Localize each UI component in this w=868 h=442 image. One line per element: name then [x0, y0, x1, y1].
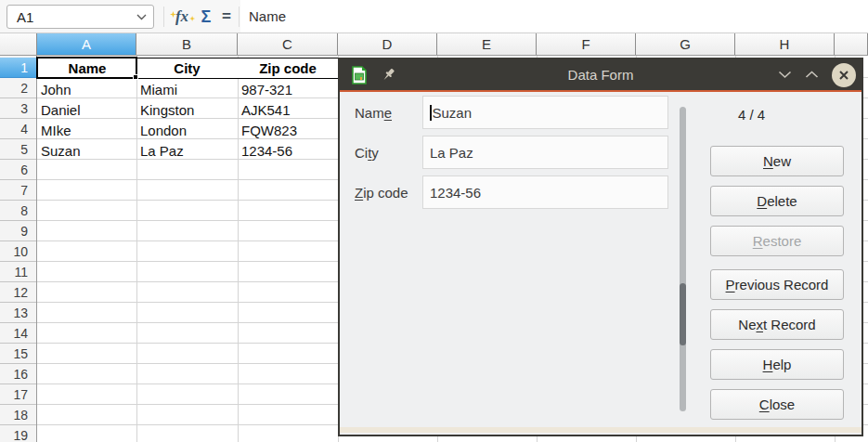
cell-B2[interactable]: Miami — [137, 79, 238, 99]
calc-document-icon — [350, 66, 369, 84]
cell-B5[interactable]: La Paz — [137, 140, 238, 161]
row-header-10[interactable]: 10 — [0, 241, 36, 262]
column-header-partial[interactable] — [835, 33, 868, 55]
row-header-5[interactable]: 5 — [0, 139, 36, 160]
record-indicator: 4 / 4 — [738, 107, 765, 123]
text-cursor — [430, 105, 432, 121]
column-header-C[interactable]: C — [238, 33, 338, 55]
select-all-corner[interactable] — [0, 33, 37, 55]
row-header-19[interactable]: 19 — [0, 425, 36, 442]
column-header-D[interactable]: D — [338, 33, 437, 55]
row-header-4[interactable]: 4 — [0, 119, 36, 139]
new-button[interactable]: New — [710, 146, 844, 176]
column-header-E[interactable]: E — [437, 33, 537, 55]
formula-toolbar: A1 fx Σ = Name — [0, 0, 868, 33]
row-header-1[interactable]: 1 — [0, 58, 36, 78]
row-header-9[interactable]: 9 — [0, 221, 36, 241]
chevron-down-icon[interactable] — [778, 71, 792, 79]
row-header-16[interactable]: 16 — [0, 364, 36, 384]
toolbar-separator — [163, 6, 164, 27]
row-header-17[interactable]: 17 — [0, 384, 36, 405]
cell-C4[interactable]: FQW823 — [239, 120, 338, 140]
dialog-titlebar[interactable]: Data Form — [340, 59, 862, 90]
cell-C1[interactable]: Zip code — [238, 58, 339, 79]
name-box[interactable]: A1 — [6, 5, 154, 29]
dialog-body: 4 / 4 NameSuzanCityLa PazZip code1234-56… — [340, 92, 862, 433]
cell-A5[interactable]: Suzan — [38, 140, 136, 161]
column-header-B[interactable]: B — [136, 33, 238, 55]
autosum-icon[interactable]: Σ — [196, 0, 216, 33]
field-label-name: Name — [355, 105, 392, 121]
toolbar-separator — [239, 6, 240, 27]
field-label-city: City — [355, 145, 379, 161]
row-header-3[interactable]: 3 — [0, 98, 36, 119]
row-header-14[interactable]: 14 — [0, 323, 36, 344]
scrollbar-thumb[interactable] — [680, 283, 686, 345]
cell-A1[interactable]: Name — [37, 58, 137, 79]
delete-button[interactable]: Delete — [710, 186, 844, 216]
formula-equals-icon[interactable]: = — [217, 0, 236, 33]
function-wizard-icon[interactable]: fx — [171, 0, 193, 33]
column-header-A[interactable]: A — [37, 33, 136, 55]
field-input-city[interactable]: La Paz — [422, 136, 668, 169]
cell-B1[interactable]: City — [136, 58, 239, 79]
field-input-zip-code[interactable]: 1234-56 — [422, 176, 668, 209]
row-header-12[interactable]: 12 — [0, 282, 36, 303]
previous-record-button[interactable]: Previous Record — [710, 269, 844, 300]
formula-content: Name — [240, 8, 286, 24]
column-header-G[interactable]: G — [636, 33, 735, 55]
chevron-down-icon[interactable] — [136, 14, 147, 20]
row-header-7[interactable]: 7 — [0, 180, 36, 201]
row-header-11[interactable]: 11 — [0, 262, 36, 282]
data-form-dialog: Data Form — [338, 58, 863, 436]
column-headers: ABCDEFGH — [0, 33, 868, 56]
formula-input[interactable]: Name — [240, 0, 868, 32]
row-header-6[interactable]: 6 — [0, 160, 36, 180]
column-header-H[interactable]: H — [735, 33, 835, 55]
row-header-2[interactable]: 2 — [0, 78, 36, 98]
cell-B3[interactable]: Kingston — [137, 99, 238, 120]
cell-C5[interactable]: 1234-56 — [239, 140, 338, 161]
row-header-8[interactable]: 8 — [0, 201, 36, 221]
cell-B4[interactable]: London — [137, 120, 238, 140]
field-label-zip-code: Zip code — [355, 185, 408, 201]
row-header-13[interactable]: 13 — [0, 303, 36, 323]
row-header-18[interactable]: 18 — [0, 405, 36, 425]
cell-C2[interactable]: 987-321 — [239, 79, 338, 99]
cell-A2[interactable]: John — [38, 79, 136, 99]
row-headers: 12345678910111213141516171819 — [0, 56, 37, 442]
cell-reference: A1 — [7, 9, 136, 25]
record-scrollbar[interactable] — [680, 107, 686, 411]
cell-A4[interactable]: MIke — [38, 120, 136, 140]
restore-button: Restore — [710, 226, 844, 256]
chevron-up-icon[interactable] — [805, 71, 819, 79]
cell-C3[interactable]: AJK541 — [239, 99, 338, 120]
close-button[interactable]: Close — [710, 389, 844, 420]
column-header-F[interactable]: F — [537, 33, 636, 55]
cell-A3[interactable]: Daniel — [38, 99, 136, 120]
close-icon[interactable] — [832, 63, 856, 87]
help-button[interactable]: Help — [710, 349, 844, 380]
row-header-15[interactable]: 15 — [0, 344, 36, 364]
next-record-button[interactable]: Next Record — [710, 309, 844, 340]
dialog-bottom-strip — [340, 427, 862, 433]
pin-icon[interactable] — [381, 67, 396, 83]
field-input-name[interactable]: Suzan — [422, 96, 668, 129]
